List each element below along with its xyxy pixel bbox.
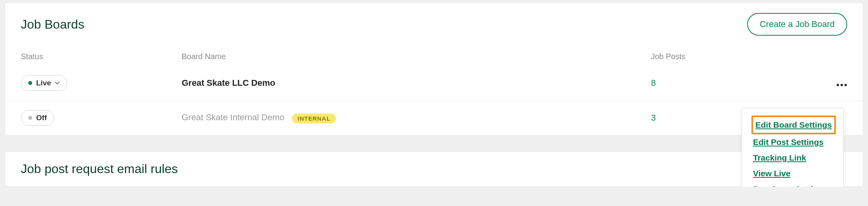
internal-badge: INTERNAL <box>292 114 336 123</box>
section-title: Job post request email rules <box>21 162 847 176</box>
email-rules-panel: Job post request email rules <box>5 151 863 187</box>
actions-dropdown: Edit Board Settings Edit Post Settings T… <box>742 108 844 187</box>
table-header: Status Board Name Job Posts <box>5 40 863 66</box>
column-header-status: Status <box>21 52 182 61</box>
menu-edit-post-settings[interactable]: Edit Post Settings <box>751 134 834 150</box>
status-dot-icon <box>28 81 32 85</box>
status-dropdown[interactable]: Live <box>21 75 67 91</box>
board-name: Great Skate Internal Demo <box>182 112 284 122</box>
more-actions-icon[interactable] <box>836 77 847 89</box>
table-row: Live Great Skate LLC Demo 8 <box>5 66 863 101</box>
column-header-board-name: Board Name <box>182 52 651 61</box>
menu-view-live[interactable]: View Live <box>751 166 834 181</box>
panel-header: Job Boards Create a Job Board <box>5 3 863 40</box>
status-label: Off <box>36 114 47 122</box>
column-header-job-posts: Job Posts <box>651 52 816 61</box>
create-job-board-button[interactable]: Create a Job Board <box>747 13 847 36</box>
status-dropdown[interactable]: Off <box>21 110 54 126</box>
job-posts-count[interactable]: 3 <box>651 113 656 123</box>
svg-point-1 <box>841 84 843 86</box>
menu-tracking-link[interactable]: Tracking Link <box>751 150 834 166</box>
status-dot-icon <box>28 116 32 120</box>
svg-point-2 <box>844 84 847 86</box>
svg-point-0 <box>837 84 839 86</box>
board-name: Great Skate LLC Demo <box>182 78 275 88</box>
menu-edit-board-settings[interactable]: Edit Board Settings <box>754 117 833 133</box>
job-posts-count[interactable]: 8 <box>651 78 656 88</box>
page-title: Job Boards <box>21 17 84 32</box>
table-row: Off Great Skate Internal Demo INTERNAL 3 <box>5 101 863 135</box>
status-label: Live <box>36 79 51 87</box>
highlight-annotation: Edit Board Settings <box>751 116 836 134</box>
chevron-down-icon <box>55 81 60 85</box>
job-boards-panel: Job Boards Create a Job Board Status Boa… <box>5 2 863 136</box>
menu-developer-settings[interactable]: Developer Settings <box>751 181 834 187</box>
